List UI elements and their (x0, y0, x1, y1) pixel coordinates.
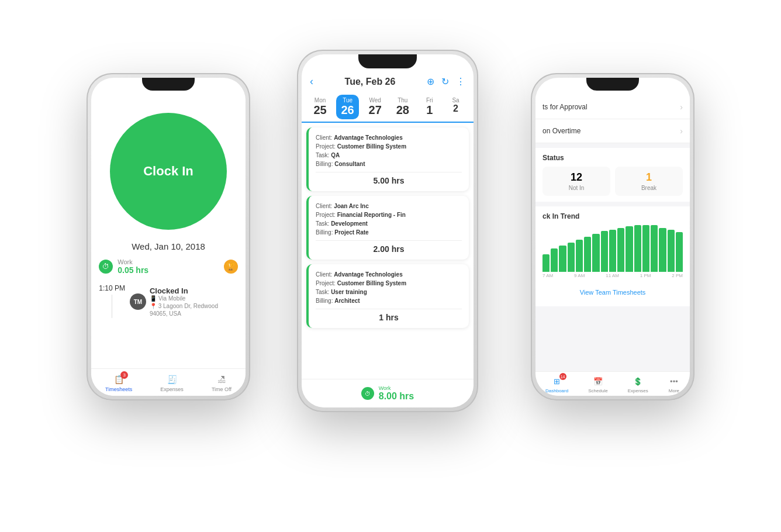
chevron-right-icon-2: › (680, 126, 683, 136)
trophy-icon: 🏆 (224, 260, 238, 274)
status-row: 12 Not In 1 Break (542, 167, 683, 196)
more-icon[interactable]: ⋮ (456, 76, 465, 87)
footer-work-icon: ⏱ (361, 387, 374, 400)
left-screen: Clock In Wed, Jan 10, 2018 ⏱ Work 0.05 h… (91, 78, 246, 396)
break-label: Break (620, 185, 678, 191)
chart-bar (592, 234, 599, 272)
footer-work-label: Work (379, 385, 414, 391)
right-bottom-nav: ⊞ 14 Dashboard 📅 Schedule 💲 Expenses (535, 371, 690, 396)
nav-expenses[interactable]: 🧾 Expenses (160, 374, 184, 392)
notch-center (358, 54, 417, 68)
dashboard-icon: ⊞ 14 (551, 375, 563, 387)
center-footer: ⏱ Work 8.00 hrs (302, 379, 474, 407)
time-entries: Client: Advantage Technologies Project: … (302, 123, 474, 379)
day-fri[interactable]: Fri 1 (419, 95, 440, 119)
header-date: Tue, Feb 26 (345, 77, 396, 87)
work-label: Work (118, 258, 148, 265)
rnav-more[interactable]: ••• More (668, 375, 680, 393)
chart-bar (626, 226, 633, 272)
time-off-icon: 🏖 (216, 374, 227, 385)
clock-in-circle[interactable]: Clock In (110, 113, 227, 230)
entry-card-2[interactable]: Client: Joan Arc Inc Project: Financial … (306, 196, 469, 260)
header-icons: ⊕ ↻ ⋮ (427, 76, 465, 87)
work-clock-icon: ⏱ (99, 260, 113, 274)
chart-bar (601, 231, 608, 272)
clocked-in-label: Clocked In (150, 286, 218, 295)
timesheets-icon: 📋 3 (113, 374, 125, 385)
list-item-approval[interactable]: ts for Approval › (535, 95, 690, 119)
refresh-icon[interactable]: ↻ (441, 76, 449, 87)
notch-right (586, 78, 639, 91)
phone-center: ‹ Tue, Feb 26 ⊕ ↻ ⋮ Mon 25 Tue 26 (297, 50, 478, 412)
not-in-count: 12 (547, 171, 606, 184)
expenses-right-icon: 💲 (632, 375, 644, 387)
status-title: Status (542, 154, 683, 162)
more-dots-icon: ••• (668, 375, 680, 387)
phone-right: ts for Approval › on Overtime › Status 1… (531, 73, 694, 400)
status-section: Status 12 Not In 1 Break (535, 148, 690, 202)
chart-bar (568, 243, 575, 272)
bar-chart (542, 225, 683, 272)
rnav-schedule[interactable]: 📅 Schedule (588, 375, 607, 393)
location-label: 📍 3 Lagoon Dr, Redwood (150, 303, 218, 309)
rnav-dashboard[interactable]: ⊞ 14 Dashboard (545, 375, 568, 393)
chart-bar (642, 225, 649, 272)
rnav-expenses[interactable]: 💲 Expenses (628, 375, 648, 393)
day-mon[interactable]: Mon 25 (309, 95, 331, 119)
status-card-break: 1 Break (615, 167, 683, 196)
overtime-label: on Overtime (542, 127, 580, 135)
entry-time: 1:10 PM (99, 284, 125, 292)
status-card-not-in: 12 Not In (542, 167, 610, 196)
view-team-link[interactable]: View Team Timesheets (580, 289, 646, 296)
dashboard-badge: 14 (559, 373, 566, 380)
list-item-overtime[interactable]: on Overtime › (535, 119, 690, 143)
view-team-btn[interactable]: View Team Timesheets (542, 284, 683, 300)
phone-left: Clock In Wed, Jan 10, 2018 ⏱ Work 0.05 h… (87, 73, 250, 400)
left-work-row: ⏱ Work 0.05 hrs 🏆 (99, 258, 238, 275)
chart-bar (617, 228, 624, 272)
timesheets-badge: 3 (120, 371, 128, 379)
entry-card-3[interactable]: Client: Advantage Technologies Project: … (306, 264, 469, 328)
chart-bar (559, 246, 566, 272)
right-screen: ts for Approval › on Overtime › Status 1… (535, 78, 690, 396)
avatar: TM (130, 293, 146, 310)
chart-bar (676, 232, 683, 272)
expenses-icon: 🧾 (166, 374, 178, 385)
day-wed[interactable]: Wed 27 (364, 95, 386, 119)
chart-bar (634, 225, 641, 272)
trend-title: ck In Trend (542, 212, 683, 220)
chart-bar (551, 248, 558, 272)
schedule-icon: 📅 (592, 375, 604, 387)
clock-in-label: Clock In (143, 164, 193, 179)
chart-labels: 7 AM 9 AM 11 AM 1 PM 2 PM (542, 272, 683, 279)
trend-section: ck In Trend 7 AM 9 AM 11 AM 1 PM 2 PM Vi… (535, 206, 690, 306)
nav-time-off[interactable]: 🏖 Time Off (212, 374, 231, 392)
footer-work-hrs: 8.00 hrs (379, 391, 414, 402)
via-mobile-label: 📱 Via Mobile (150, 295, 218, 302)
not-in-label: Not In (547, 185, 606, 191)
chart-bar (542, 254, 550, 272)
day-strip: Mon 25 Tue 26 Wed 27 Thu 28 (302, 92, 474, 123)
nav-timesheets[interactable]: 📋 3 Timesheets (105, 374, 132, 392)
entry-hours-3: 1 hrs (316, 313, 462, 322)
chart-bar (609, 230, 616, 272)
center-screen: ‹ Tue, Feb 26 ⊕ ↻ ⋮ Mon 25 Tue 26 (302, 54, 474, 407)
add-icon[interactable]: ⊕ (427, 76, 434, 87)
entry-hours-1: 5.00 hrs (316, 176, 462, 185)
chart-bar (584, 237, 591, 272)
chart-bar (659, 228, 666, 272)
chart-bar (576, 240, 583, 272)
chart-bar (668, 230, 675, 272)
left-bottom-nav: 📋 3 Timesheets 🧾 Expenses 🏖 Time Off (91, 368, 246, 396)
entry-card-1[interactable]: Client: Advantage Technologies Project: … (306, 127, 469, 191)
break-count: 1 (620, 171, 678, 184)
chart-bar (651, 225, 658, 272)
left-date: Wed, Jan 10, 2018 (132, 241, 205, 251)
day-sat[interactable]: Sa 2 (445, 95, 466, 119)
back-button[interactable]: ‹ (310, 75, 313, 88)
clock-in-entry: 1:10 PM TM Clocked In 📱 Via Mobile (99, 284, 238, 318)
notch-left (142, 78, 195, 91)
approval-label: ts for Approval (542, 103, 588, 111)
day-tue[interactable]: Tue 26 (336, 95, 358, 119)
day-thu[interactable]: Thu 28 (392, 95, 414, 119)
